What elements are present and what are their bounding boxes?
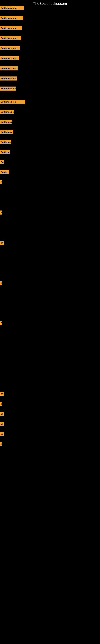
bottleneck-bar: Bo [0,241,4,245]
bottleneck-bar: B [0,180,1,184]
bottleneck-bar: Bottleneck resu [0,66,18,70]
bottleneck-bar: Bottleneck resu [0,26,22,30]
bottleneck-bar: Bo [0,412,4,416]
bottleneck-bar: B [0,402,1,406]
bottleneck-bar: Bottleneck resu [0,6,24,10]
bottleneck-bar: Bo [0,422,4,426]
bottleneck-bar: Bottleneck resu [0,46,20,50]
bottleneck-bar: Bottleneck resu [0,56,19,60]
bottleneck-bar: B [0,281,1,285]
bottleneck-bar: Bo [0,392,3,396]
bottleneck-bar: Bottlene [0,150,10,154]
bottleneck-bar: Bottle [0,170,9,174]
bottleneck-bar: B [0,210,1,214]
bottleneck-bar: Bo [0,432,3,436]
bottleneck-bar: Bottleneck re [0,130,13,134]
bottleneck-bar: Bottleneck re [0,110,14,114]
bottleneck-bar: B [0,442,1,446]
bottleneck-bar: Bottleneck resu [0,36,21,40]
bottleneck-bar: Bottleneck resu [0,76,17,80]
bottleneck-bar: Bottleneck resu [0,16,23,20]
bottleneck-bar: Bottleneck r [0,120,12,124]
bottleneck-bar: Bottleneck res [0,100,25,104]
bottleneck-bar: B [0,321,1,325]
bottleneck-bar: Bo [0,160,4,164]
bottleneck-bar: Bottleneck r [0,140,11,144]
bottleneck-bar: Bottleneck resu [0,86,16,90]
